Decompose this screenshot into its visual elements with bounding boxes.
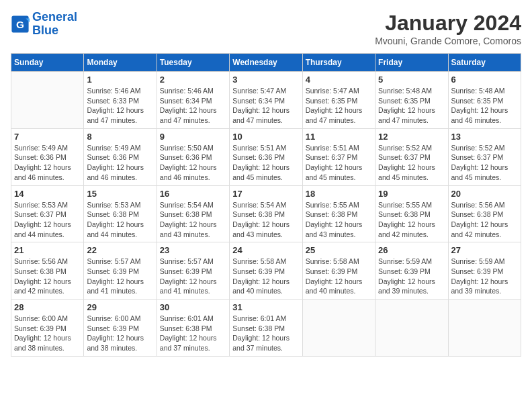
logo-text: General Blue (32, 11, 77, 38)
day-info: Sunrise: 5:54 AMSunset: 6:38 PMDaylight:… (232, 200, 299, 240)
calendar-week-row: 7Sunrise: 5:49 AMSunset: 6:36 PMDaylight… (11, 128, 521, 185)
calendar-day-cell: 9Sunrise: 5:50 AMSunset: 6:36 PMDaylight… (157, 128, 229, 185)
calendar-subtitle: Mvouni, Grande Comore, Comoros (375, 36, 521, 46)
day-number: 16 (160, 189, 226, 199)
calendar-day-cell (11, 72, 84, 129)
day-number: 25 (306, 245, 372, 255)
day-info: Sunrise: 5:54 AMSunset: 6:38 PMDaylight:… (160, 200, 226, 240)
page-header: G General Blue January 2024 Mvouni, Gran… (11, 11, 521, 46)
day-info: Sunrise: 5:57 AMSunset: 6:39 PMDaylight:… (160, 257, 226, 296)
day-info: Sunrise: 6:01 AMSunset: 6:38 PMDaylight:… (232, 314, 299, 353)
calendar-header-row: SundayMondayTuesdayWednesdayThursdayFrid… (11, 54, 521, 72)
day-info: Sunrise: 5:56 AMSunset: 6:38 PMDaylight:… (451, 200, 518, 240)
calendar-week-row: 28Sunrise: 6:00 AMSunset: 6:39 PMDayligh… (11, 300, 521, 357)
calendar-day-cell: 16Sunrise: 5:54 AMSunset: 6:38 PMDayligh… (157, 185, 229, 242)
calendar-day-cell: 10Sunrise: 5:51 AMSunset: 6:36 PMDayligh… (230, 128, 302, 185)
calendar-day-cell: 1Sunrise: 5:46 AMSunset: 6:33 PMDaylight… (84, 72, 157, 129)
calendar-day-cell: 26Sunrise: 5:59 AMSunset: 6:39 PMDayligh… (375, 242, 448, 300)
calendar-week-row: 1Sunrise: 5:46 AMSunset: 6:33 PMDaylight… (11, 72, 521, 129)
day-number: 9 (160, 132, 226, 142)
calendar-week-row: 14Sunrise: 5:53 AMSunset: 6:37 PMDayligh… (11, 185, 521, 242)
calendar-day-cell: 27Sunrise: 5:59 AMSunset: 6:39 PMDayligh… (448, 242, 521, 300)
calendar-day-cell: 12Sunrise: 5:52 AMSunset: 6:37 PMDayligh… (375, 128, 448, 185)
calendar-day-cell: 22Sunrise: 5:57 AMSunset: 6:39 PMDayligh… (84, 242, 157, 300)
calendar-day-cell: 6Sunrise: 5:48 AMSunset: 6:35 PMDaylight… (448, 72, 521, 129)
calendar-day-cell: 25Sunrise: 5:58 AMSunset: 6:39 PMDayligh… (302, 242, 375, 300)
day-number: 6 (451, 75, 518, 85)
calendar-day-cell: 21Sunrise: 5:56 AMSunset: 6:38 PMDayligh… (11, 242, 84, 300)
day-number: 15 (87, 189, 153, 199)
day-info: Sunrise: 5:49 AMSunset: 6:36 PMDaylight:… (14, 143, 81, 183)
calendar-day-cell: 28Sunrise: 6:00 AMSunset: 6:39 PMDayligh… (11, 300, 84, 357)
day-of-week-header: Sunday (11, 54, 84, 72)
calendar-day-cell: 24Sunrise: 5:58 AMSunset: 6:39 PMDayligh… (230, 242, 302, 300)
day-number: 17 (232, 189, 299, 199)
day-info: Sunrise: 5:51 AMSunset: 6:37 PMDaylight:… (306, 143, 372, 183)
day-info: Sunrise: 6:00 AMSunset: 6:39 PMDaylight:… (87, 314, 153, 353)
day-number: 4 (306, 75, 372, 85)
day-number: 18 (306, 189, 372, 199)
calendar-title: January 2024 (375, 11, 521, 36)
calendar-day-cell: 30Sunrise: 6:01 AMSunset: 6:38 PMDayligh… (157, 300, 229, 357)
day-number: 11 (306, 132, 372, 142)
calendar-day-cell: 5Sunrise: 5:48 AMSunset: 6:35 PMDaylight… (375, 72, 448, 129)
calendar-day-cell: 19Sunrise: 5:55 AMSunset: 6:38 PMDayligh… (375, 185, 448, 242)
day-number: 14 (14, 189, 81, 199)
day-of-week-header: Tuesday (157, 54, 229, 72)
day-info: Sunrise: 5:53 AMSunset: 6:38 PMDaylight:… (87, 200, 153, 240)
day-of-week-header: Monday (84, 54, 157, 72)
day-number: 19 (378, 189, 445, 199)
day-info: Sunrise: 5:47 AMSunset: 6:35 PMDaylight:… (306, 86, 372, 126)
calendar-day-cell: 18Sunrise: 5:55 AMSunset: 6:38 PMDayligh… (302, 185, 375, 242)
day-number: 8 (87, 132, 153, 142)
calendar-week-row: 21Sunrise: 5:56 AMSunset: 6:38 PMDayligh… (11, 242, 521, 300)
logo-icon: G (11, 15, 30, 34)
calendar-day-cell: 29Sunrise: 6:00 AMSunset: 6:39 PMDayligh… (84, 300, 157, 357)
day-number: 2 (160, 75, 226, 85)
day-info: Sunrise: 5:48 AMSunset: 6:35 PMDaylight:… (451, 86, 518, 126)
day-number: 7 (14, 132, 81, 142)
calendar-day-cell: 23Sunrise: 5:57 AMSunset: 6:39 PMDayligh… (157, 242, 229, 300)
calendar-table: SundayMondayTuesdayWednesdayThursdayFrid… (11, 53, 521, 357)
day-info: Sunrise: 5:53 AMSunset: 6:37 PMDaylight:… (14, 200, 81, 240)
calendar-day-cell: 11Sunrise: 5:51 AMSunset: 6:37 PMDayligh… (302, 128, 375, 185)
calendar-day-cell: 3Sunrise: 5:47 AMSunset: 6:34 PMDaylight… (230, 72, 302, 129)
calendar-day-cell: 2Sunrise: 5:46 AMSunset: 6:34 PMDaylight… (157, 72, 229, 129)
calendar-day-cell: 8Sunrise: 5:49 AMSunset: 6:36 PMDaylight… (84, 128, 157, 185)
day-info: Sunrise: 5:59 AMSunset: 6:39 PMDaylight:… (378, 257, 445, 296)
day-number: 3 (232, 75, 299, 85)
day-info: Sunrise: 5:50 AMSunset: 6:36 PMDaylight:… (160, 143, 226, 183)
calendar-day-cell (302, 300, 375, 357)
svg-text:G: G (16, 18, 24, 30)
day-info: Sunrise: 5:59 AMSunset: 6:39 PMDaylight:… (451, 257, 518, 296)
calendar-day-cell: 4Sunrise: 5:47 AMSunset: 6:35 PMDaylight… (302, 72, 375, 129)
day-number: 27 (451, 245, 518, 255)
day-of-week-header: Thursday (302, 54, 375, 72)
day-number: 23 (160, 245, 226, 255)
calendar-day-cell: 31Sunrise: 6:01 AMSunset: 6:38 PMDayligh… (230, 300, 302, 357)
logo: G General Blue (11, 11, 77, 38)
day-info: Sunrise: 5:56 AMSunset: 6:38 PMDaylight:… (14, 257, 81, 296)
day-info: Sunrise: 5:47 AMSunset: 6:34 PMDaylight:… (232, 86, 299, 126)
day-info: Sunrise: 5:58 AMSunset: 6:39 PMDaylight:… (306, 257, 372, 296)
day-number: 13 (451, 132, 518, 142)
day-info: Sunrise: 5:52 AMSunset: 6:37 PMDaylight:… (378, 143, 445, 183)
day-number: 29 (87, 302, 153, 312)
day-info: Sunrise: 5:46 AMSunset: 6:34 PMDaylight:… (160, 86, 226, 126)
day-info: Sunrise: 6:01 AMSunset: 6:38 PMDaylight:… (160, 314, 226, 353)
day-info: Sunrise: 5:52 AMSunset: 6:37 PMDaylight:… (451, 143, 518, 183)
day-of-week-header: Wednesday (230, 54, 302, 72)
calendar-day-cell (448, 300, 521, 357)
day-info: Sunrise: 5:49 AMSunset: 6:36 PMDaylight:… (87, 143, 153, 183)
day-number: 21 (14, 245, 81, 255)
calendar-day-cell: 20Sunrise: 5:56 AMSunset: 6:38 PMDayligh… (448, 185, 521, 242)
day-info: Sunrise: 5:55 AMSunset: 6:38 PMDaylight:… (306, 200, 372, 240)
day-number: 28 (14, 302, 81, 312)
calendar-day-cell: 14Sunrise: 5:53 AMSunset: 6:37 PMDayligh… (11, 185, 84, 242)
day-number: 20 (451, 189, 518, 199)
day-number: 10 (232, 132, 299, 142)
logo-line1: General (32, 10, 77, 24)
calendar-day-cell: 17Sunrise: 5:54 AMSunset: 6:38 PMDayligh… (230, 185, 302, 242)
day-info: Sunrise: 5:55 AMSunset: 6:38 PMDaylight:… (378, 200, 445, 240)
day-number: 26 (378, 245, 445, 255)
